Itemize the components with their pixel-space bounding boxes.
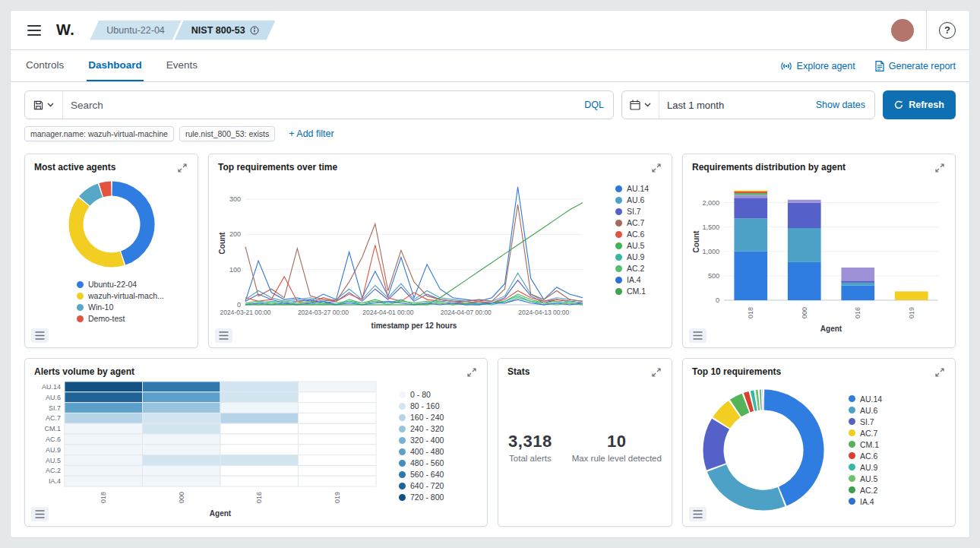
legend-item[interactable]: wazuh-virtual-mach... — [77, 291, 164, 300]
requirements-stacked-bar-chart[interactable]: 05001,0001,5002,000018000016019AgentCoun… — [692, 176, 946, 335]
legend-item[interactable]: AC.2 — [849, 486, 946, 495]
legend-item[interactable]: SI.7 — [849, 417, 946, 426]
expand-icon[interactable] — [650, 366, 662, 379]
legend-item[interactable]: 160 - 240 — [399, 413, 478, 422]
legend-item[interactable]: AC.7 — [849, 429, 946, 438]
legend-dot — [615, 254, 622, 261]
legend-item[interactable]: CM.1 — [849, 440, 946, 449]
dashboard: Most active agents Ubuntu-22-04wazuh-vir… — [11, 149, 969, 534]
search-input[interactable] — [63, 100, 575, 111]
filter-pill-rule-nist[interactable]: rule.nist_800_53: exists — [179, 126, 275, 141]
panel-stats: Stats 3,318 Total alerts 10 Max rule lev… — [498, 358, 672, 527]
legend-item[interactable]: 320 - 400 — [399, 436, 478, 445]
legend-item[interactable]: 240 - 320 — [399, 424, 478, 433]
legend-item[interactable]: SI.7 — [615, 207, 662, 216]
legend-item[interactable]: 640 - 720 — [399, 481, 478, 490]
svg-text:2,000: 2,000 — [702, 199, 719, 207]
avatar[interactable] — [891, 19, 914, 42]
top-10-requirements-donut-chart[interactable] — [692, 380, 835, 520]
legend-item[interactable]: AU.9 — [615, 252, 662, 261]
legend-item[interactable]: AU.5 — [615, 241, 662, 250]
legend-item[interactable]: AU.9 — [849, 463, 946, 472]
calendar-icon — [630, 100, 640, 110]
explore-agent-button[interactable]: Explore agent — [780, 61, 855, 71]
legend-label: 80 - 160 — [410, 401, 440, 410]
legend-label: 640 - 720 — [410, 481, 444, 490]
add-filter-button[interactable]: + Add filter — [284, 128, 338, 140]
tab-dashboard[interactable]: Dashboard — [87, 50, 144, 81]
most-active-agents-donut-chart[interactable] — [36, 176, 188, 276]
panel-options-icon[interactable] — [689, 328, 707, 343]
panel-options-icon[interactable] — [31, 507, 49, 521]
legend-item[interactable]: AC.6 — [615, 230, 662, 239]
legend-item[interactable]: 400 - 480 — [399, 447, 478, 456]
alerts-heatmap-chart[interactable]: AU.14AU.6SI.7AC.7CM.1AC.6AU.9AU.5AC.2IA.… — [34, 380, 378, 520]
legend-dot — [615, 197, 622, 204]
breadcrumb: Ubuntu-22-04 NIST 800-53 — [90, 21, 275, 40]
expand-icon[interactable] — [934, 366, 946, 379]
legend-item[interactable]: 80 - 160 — [399, 401, 478, 410]
expand-icon[interactable] — [466, 366, 478, 379]
legend-item[interactable]: 0 - 80 — [399, 390, 478, 399]
legend-dot — [849, 452, 855, 459]
legend-item[interactable]: IA.4 — [849, 497, 946, 506]
expand-icon[interactable] — [650, 162, 662, 174]
tab-controls[interactable]: Controls — [24, 50, 65, 81]
generate-report-button[interactable]: Generate report — [875, 61, 956, 71]
topbar: W. Ubuntu-22-04 NIST 800-53 ? — [11, 11, 969, 50]
svg-text:Count: Count — [218, 232, 226, 255]
panel-title: Alerts volume by agent — [34, 366, 134, 377]
panel-options-icon[interactable] — [31, 328, 49, 343]
legend-item[interactable]: 560 - 640 — [399, 470, 478, 479]
svg-text:019: 019 — [908, 307, 915, 318]
svg-text:SI.7: SI.7 — [49, 404, 61, 412]
date-range-value[interactable]: Last 1 month — [659, 100, 807, 111]
legend-item[interactable]: 480 - 560 — [399, 458, 478, 467]
filter-pill-manager-name[interactable]: manager.name: wazuh-virtual-machine — [24, 126, 174, 141]
legend-label: AC.7 — [860, 429, 877, 438]
saved-queries-button[interactable] — [25, 91, 63, 119]
legend-item[interactable]: AC.2 — [615, 264, 662, 273]
legend-item[interactable]: AU.6 — [615, 195, 662, 204]
search-box: DQL — [24, 90, 614, 119]
legend-item[interactable]: AC.6 — [849, 451, 946, 461]
legend-item[interactable]: IA.4 — [615, 275, 662, 284]
legend-item[interactable]: AU.14 — [615, 184, 662, 193]
legend-item[interactable]: CM.1 — [615, 287, 662, 296]
saved-query-icon — [33, 100, 43, 110]
panel-options-icon[interactable] — [689, 507, 707, 521]
panel-requirements-distribution-by-agent: Requirements distribution by agent 05001… — [682, 154, 956, 348]
legend-dot — [399, 414, 406, 421]
legend-label: AU.9 — [860, 463, 877, 472]
legend-item[interactable]: Win-10 — [77, 303, 164, 312]
legend-label: AU.14 — [627, 184, 649, 193]
chevron-down-icon — [644, 103, 651, 107]
requirements-line-chart[interactable]: 01002003002024-03-21 00:002024-03-27 00:… — [218, 176, 592, 332]
help-button[interactable]: ? — [939, 22, 956, 39]
legend-item[interactable]: AU.6 — [849, 406, 946, 415]
calendar-button[interactable] — [622, 91, 659, 119]
expand-icon[interactable] — [176, 162, 188, 174]
legend-item[interactable]: Demo-test — [77, 314, 164, 323]
legend-item[interactable]: AU.5 — [849, 474, 946, 483]
module-tabbar: Controls Dashboard Events Explore agent … — [11, 50, 969, 82]
legend-dot — [849, 486, 855, 493]
panel-options-icon[interactable] — [215, 328, 232, 343]
legend-item[interactable]: 720 - 800 — [399, 493, 478, 502]
refresh-button[interactable]: Refresh — [883, 90, 956, 119]
legend-item[interactable]: AU.14 — [849, 394, 946, 404]
menu-button[interactable] — [24, 22, 44, 39]
show-dates-link[interactable]: Show dates — [807, 100, 874, 110]
tab-events[interactable]: Events — [165, 50, 199, 81]
info-icon[interactable] — [250, 26, 259, 35]
legend-label: AU.9 — [627, 252, 644, 261]
legend-dot — [849, 475, 855, 482]
panel-title: Stats — [507, 366, 530, 377]
legend-item[interactable]: AC.7 — [615, 218, 662, 227]
legend-label: IA.4 — [860, 497, 874, 506]
breadcrumb-module[interactable]: NIST 800-53 — [175, 21, 276, 40]
legend-item[interactable]: Ubuntu-22-04 — [77, 280, 164, 289]
dql-button[interactable]: DQL — [575, 100, 613, 110]
expand-icon[interactable] — [934, 162, 946, 174]
breadcrumb-agent[interactable]: Ubuntu-22-04 — [90, 21, 181, 40]
